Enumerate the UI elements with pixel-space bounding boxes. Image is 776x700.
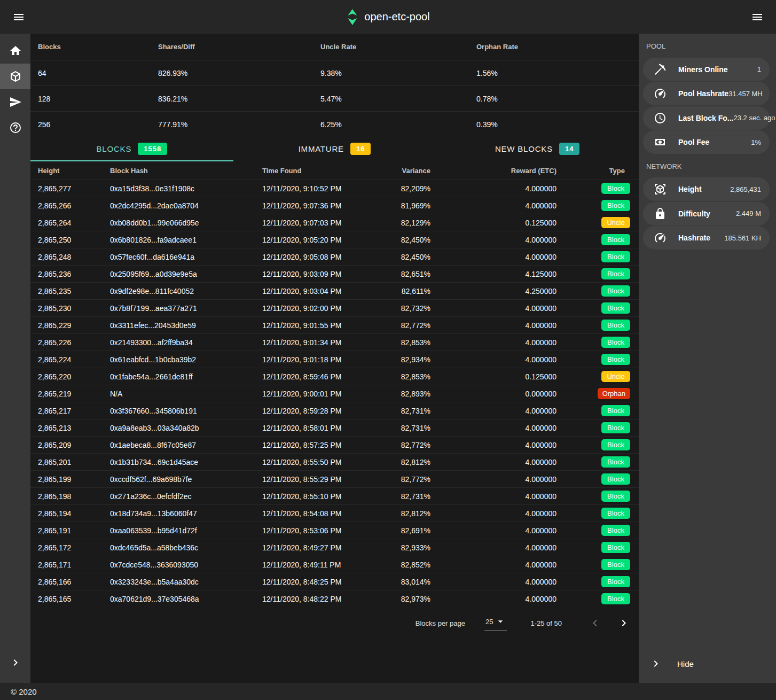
cell-type: Block [556,525,639,536]
stats-header-shares-diff: Shares/Diff [158,43,320,51]
cell-hash: 0x3f367660...345806b191 [110,407,262,415]
cell-hash: 0x1aebeca8...8f67c05e87 [110,441,262,449]
menu-icon [751,11,764,24]
main-content: Blocks Shares/Diff Uncle Rate Orphan Rat… [30,34,639,683]
hide-sidebar-button[interactable]: Hide [639,652,776,675]
cell-time: 12/11/2020, 9:10:52 PM [262,184,385,193]
copyright-text: © 2020 [11,687,37,696]
cell-hash: 0x3311efec...20453d0e59 [110,321,262,330]
previous-page-button[interactable] [587,616,602,631]
tab-blocks[interactable]: BLOCKS1558 [30,137,233,161]
cell-height: 2,865,219 [38,390,110,398]
help-circle-icon [9,121,22,134]
cell-hash: 0xa70621d9...37e305468a [110,595,262,603]
cell-variance: 82,934% [385,355,430,364]
cell-reward: 4.000000 [430,236,556,244]
cell-reward: 0.125000 [430,372,556,381]
menu-button-right[interactable] [748,7,767,27]
type-badge-block: Block [601,542,630,553]
stats-header-orphan-rate: Orphan Rate [476,43,639,51]
cell-time: 12/11/2020, 9:07:03 PM [262,219,385,227]
gauge-icon [654,231,667,244]
pool-panel-title: POOL [639,34,776,57]
network-stat-value: 185.561 KH [724,234,761,242]
cell-reward: 4.000000 [430,595,556,603]
cell-variance: 82,611% [385,287,430,295]
block-table-row: 2,865,1660x3233243e...b5a4aa30dc12/11/20… [30,573,639,590]
cell-type: Block [556,559,639,570]
block-table-row: 2,865,2090x1aebeca8...8f67c05e8712/11/20… [30,436,639,453]
cell-height: 2,865,220 [38,372,110,381]
cell-reward: 4.250000 [430,287,556,295]
cell-reward: 4.000000 [430,543,556,552]
pool-stat-label: Pool Fee [678,138,709,146]
cell-variance: 82,450% [385,236,430,244]
pool-stat-pool-fee: Pool Fee1% [643,130,770,154]
block-table-row: 2,865,2290x3311efec...20453d0e5912/11/20… [30,316,639,333]
page-size-select[interactable]: 25 [484,615,507,631]
cell-variance: 82,651% [385,270,430,278]
cell-type: Block [556,439,639,450]
cell-hash: 0x57fec60f...da616e941a [110,253,262,261]
network-panel-title: NETWORK [639,155,776,177]
type-badge-block: Block [601,508,630,519]
cell-time: 12/11/2020, 9:02:00 PM [262,304,385,313]
cell-reward: 4.000000 [430,321,556,330]
cell-reward: 4.000000 [430,253,556,261]
cell-hash: N/A [110,390,262,398]
left-sidebar [0,34,30,683]
cell-hash: 0x2dc4295d...2dae0a8704 [110,201,262,210]
tab-label: NEW BLOCKS [495,144,553,153]
cell-hash: 0x9df2e98e...811fc40052 [110,287,262,295]
cell-time: 12/11/2020, 9:00:01 PM [262,390,385,398]
block-table-row: 2,865,219N/A12/11/2020, 9:00:01 PM82,893… [30,385,639,402]
cell-reward: 4.000000 [430,458,556,466]
cell-height: 2,865,199 [38,475,110,484]
sidebar-expand-button[interactable] [0,651,30,674]
cell-height: 2,865,217 [38,407,110,415]
type-badge-uncle: Uncle [601,371,630,382]
col-header-block-hash: Block Hash [110,167,262,175]
cell-height: 2,865,166 [38,578,110,586]
network-stat-label: Difficulty [678,209,710,218]
tab-immature[interactable]: IMMATURE16 [233,137,436,161]
hide-label: Hide [677,659,694,668]
pool-stat-pool-hashrate: Pool Hashrate31.457 MH [643,82,770,105]
sidebar-item-payments[interactable] [0,89,30,115]
tab-label: IMMATURE [299,144,344,153]
next-page-button[interactable] [616,616,631,631]
type-badge-block: Block [601,302,630,314]
block-table-row: 2,865,2200x1fabe54a...2661de81ff12/11/20… [30,368,639,385]
cell-time: 12/11/2020, 8:58:01 PM [262,424,385,432]
sidebar-item-home[interactable] [0,38,30,64]
col-header-time-found: Time Found [262,167,385,175]
cell-time: 12/11/2020, 9:07:36 PM [262,201,385,210]
cell-time: 12/11/2020, 8:48:25 PM [262,578,385,586]
cell-type: Block [556,473,639,485]
network-stat-hashrate: Hashrate185.561 KH [643,226,770,250]
cell-type: Block [556,285,639,297]
cell-variance: 82,772% [385,321,430,330]
type-badge-block: Block [601,422,630,433]
cell-time: 12/11/2020, 8:59:28 PM [262,407,385,415]
stats-sidebar: POOL Miners Online1Pool Hashrate31.457 M… [639,34,776,683]
sidebar-item-help[interactable] [0,115,30,141]
cell-type: Block [556,491,639,502]
menu-button-left[interactable] [9,7,28,27]
stats-row: 128836.21%5.47%0.78% [30,85,639,111]
cell-type: Block [556,405,639,416]
block-table-row: 2,865,2770xa15d3f38...0e31f1908c12/11/20… [30,180,639,197]
cell-reward: 4.000000 [430,441,556,449]
cell-hash: 0x7b8f7199...aea377a271 [110,304,262,313]
cell-reward: 4.000000 [430,492,556,501]
cell-hash: 0xaa063539...b95d41d72f [110,526,262,535]
type-badge-block: Block [601,405,630,416]
sidebar-item-blocks[interactable] [0,64,30,89]
cell-type: Orphan [556,388,639,399]
cell-time: 12/11/2020, 8:59:46 PM [262,372,385,381]
type-badge-block: Block [601,491,630,502]
stats-row: 256777.91%6.25%0.39% [30,111,639,137]
cell-type: Block [556,337,639,348]
cell-hash: 0x25095f69...a0d39e9e5a [110,270,262,278]
tab-new-blocks[interactable]: NEW BLOCKS14 [436,137,639,161]
